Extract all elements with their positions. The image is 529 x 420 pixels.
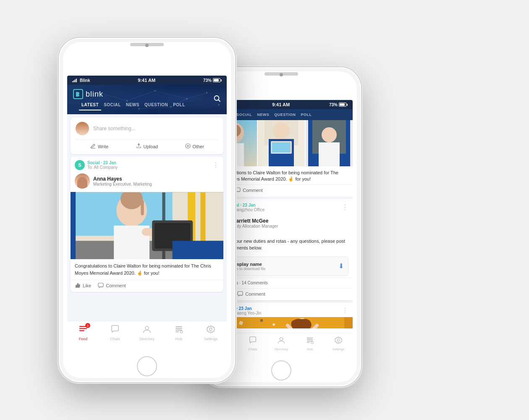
pdf-sub: Tap to download file (232, 267, 338, 271)
phone-2-home-btn[interactable] (271, 360, 291, 381)
post-1-meta: Social · 23 Jan To: All Company (87, 160, 118, 170)
post-1-more[interactable]: ⋮ (212, 161, 219, 169)
author-title-1: Marketing Executive, Marketing (93, 182, 152, 186)
other-icon (185, 143, 191, 150)
bar3 (75, 79, 76, 82)
write-icon (90, 143, 96, 150)
img-panel-2 (257, 120, 305, 166)
svg-rect-59 (272, 142, 291, 152)
feed-icon-1: 1 (79, 325, 88, 336)
other-button[interactable]: Other (171, 143, 218, 150)
bar2 (73, 80, 74, 82)
anna-hayes-avatar (75, 173, 90, 189)
post-2-more[interactable]: ⋮ (342, 203, 348, 211)
svg-point-45 (145, 326, 149, 330)
tab2-poll[interactable]: POLL (298, 109, 314, 120)
img-svg-2 (258, 120, 305, 166)
phone-1-signal: Blink (72, 78, 90, 83)
comment-icon-2 (237, 291, 243, 297)
harriett-title: Duty Allocation Manager (233, 224, 278, 228)
svg-point-56 (273, 122, 290, 139)
share-box-1: Share something... Write (71, 118, 223, 154)
settings-label-1: Settings (204, 337, 218, 341)
svg-rect-36 (71, 192, 223, 192)
post-3-more[interactable]: ⋮ (342, 307, 348, 315)
phone-1-inner: Blink 9:41 AM 73% (63, 42, 231, 378)
comment-btn-2[interactable]: Comment (237, 291, 265, 297)
svg-rect-81 (307, 339, 313, 340)
tab-news-1[interactable]: NEWS (123, 99, 142, 110)
tab-question-1[interactable]: QUESTION (142, 99, 170, 110)
hub-label-2: Hub (307, 347, 313, 351)
blink-wordmark-1: blink (86, 90, 103, 99)
search-icon-1[interactable] (213, 95, 221, 105)
signal-bars-1 (72, 78, 77, 82)
upload-button[interactable]: Upload (123, 143, 170, 150)
feed-badge-1: 1 (85, 323, 90, 328)
hub-icon-1 (174, 325, 183, 336)
svg-rect-83 (307, 342, 310, 343)
user-avatar (76, 122, 89, 135)
nav-feed-1[interactable]: 1 Feed (67, 325, 99, 341)
harriett-name: Harriett McGee (233, 218, 278, 224)
feed-label-1: Feed (79, 337, 88, 341)
tab2-social[interactable]: SOCIAL (234, 109, 254, 120)
nav-chats-2[interactable]: Chats (238, 336, 267, 351)
tab2-news[interactable]: NEWS (254, 109, 272, 120)
nav-settings-2[interactable]: Settings (324, 336, 353, 351)
download-icon-2[interactable]: ⬇ (338, 262, 344, 270)
battery-body-2 (339, 102, 346, 107)
tab-poll-1[interactable]: POLL (170, 99, 188, 110)
post-1-author: Anna Hayes Marketing Executive, Marketin… (71, 172, 223, 192)
svg-rect-43 (79, 328, 87, 329)
nav-chats-1[interactable]: Chats (99, 325, 131, 341)
comment-btn-congrats[interactable]: Comment (235, 187, 263, 193)
settings-icon-1 (206, 325, 215, 336)
phone-1-camera (145, 44, 149, 47)
pdf-name: Display name (232, 262, 338, 267)
nav-directory-1[interactable]: Directory (131, 325, 163, 341)
tab2-question[interactable]: QUESTION (272, 109, 298, 120)
harriett-info: Harriett McGee Duty Allocation Manager (233, 218, 278, 228)
social-icon-1: S (75, 160, 85, 170)
share-input-row: Share something... (76, 122, 218, 135)
comment-icon-c (235, 187, 241, 193)
author-name-1: Anna Hayes (93, 176, 152, 182)
phone-1-home-btn[interactable] (137, 356, 157, 376)
tab-social-1[interactable]: SOCIAL (101, 99, 123, 110)
pdf-info: Display name Tap to download file (232, 262, 338, 271)
tab-latest-1[interactable]: LATEST (79, 99, 101, 110)
comment-button-1[interactable]: Comment (98, 283, 126, 289)
post-card-1: S Social · 23 Jan To: All Company ⋮ (71, 157, 223, 292)
battery-body-1 (213, 78, 220, 82)
svg-point-51 (210, 328, 212, 331)
nav-directory-2[interactable]: Directory (267, 336, 296, 351)
battery-pct-1: 73% (203, 78, 212, 83)
share-actions: Write Upload (76, 139, 218, 150)
chats-label-2: Chats (249, 347, 257, 351)
battery-icon-2 (339, 102, 348, 107)
nav-hub-2[interactable]: Hub (296, 336, 324, 351)
anna-face (75, 173, 90, 189)
blink-logo-1: blink (73, 89, 221, 99)
post-1-header: S Social · 23 Jan To: All Company ⋮ (71, 157, 223, 172)
directory-icon-2 (277, 336, 285, 346)
nav-hub-1[interactable]: Hub (163, 325, 195, 341)
like-button-1[interactable]: Like (75, 283, 91, 289)
battery-area-2: 73% (329, 102, 348, 107)
battery-icon-1 (213, 78, 222, 82)
chats-label-1: Chats (110, 337, 120, 341)
battery-area-1: 73% (203, 78, 222, 83)
chats-icon-1 (110, 325, 120, 336)
comment-label-c: Comment (243, 188, 263, 193)
share-avatar (76, 122, 89, 135)
carrier-1: Blink (80, 78, 90, 83)
nav-settings-1[interactable]: Settings (195, 325, 227, 341)
svg-line-17 (218, 100, 220, 102)
upload-icon (136, 143, 141, 150)
write-button[interactable]: Write (76, 143, 123, 150)
svg-rect-66 (218, 317, 344, 328)
share-placeholder[interactable]: Share something... (93, 126, 136, 131)
phone-1-status-bar: Blink 9:41 AM 73% (67, 76, 227, 85)
time-2: 9:41 AM (272, 102, 290, 107)
